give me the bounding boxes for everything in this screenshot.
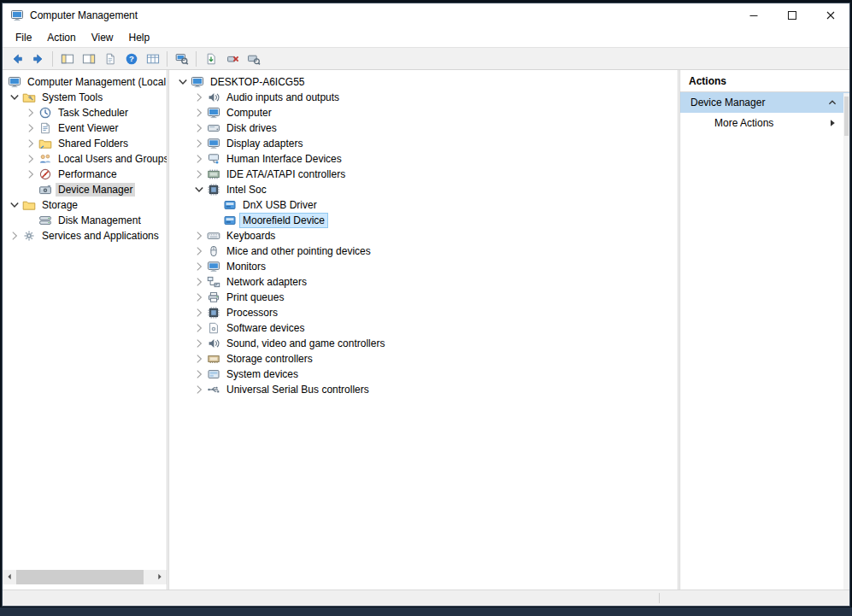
chevron-right-icon[interactable]	[192, 229, 207, 243]
doc-icon	[103, 52, 117, 66]
titlebar[interactable]: Computer Management	[3, 3, 849, 27]
scroll-right-arrow-icon[interactable]	[153, 570, 167, 584]
back-button[interactable]	[6, 49, 27, 68]
chevron-right-icon[interactable]	[192, 367, 207, 381]
chevron-right-icon[interactable]	[24, 121, 38, 135]
help-button[interactable]: ?	[120, 49, 142, 68]
chevron-right-icon[interactable]	[192, 383, 207, 396]
menu-file[interactable]: File	[8, 29, 39, 46]
scan-for-hardware-changes-button[interactable]	[171, 49, 192, 68]
console-tree-item-performance[interactable]: Performance	[3, 167, 167, 182]
console-tree-item-services-and-applications[interactable]: Services and Applications	[3, 228, 167, 243]
console-tree-item-computer-management-local[interactable]: Computer Management (Local	[3, 74, 167, 90]
chevron-right-icon[interactable]	[192, 167, 207, 181]
chevron-right-icon[interactable]	[24, 106, 38, 120]
chevron-down-icon[interactable]	[8, 198, 22, 212]
chevron-right-icon[interactable]	[192, 152, 207, 166]
device-tree-item-desktop-a6icg55[interactable]: DESKTOP-A6ICG55	[171, 74, 678, 90]
scroll-left-arrow-icon[interactable]	[3, 570, 16, 584]
chevron-right-icon[interactable]	[8, 229, 22, 243]
chevron-right-icon[interactable]	[192, 260, 207, 273]
chevron-right-icon[interactable]	[192, 275, 207, 289]
export-list-button[interactable]	[99, 49, 120, 68]
console-tree-item-storage[interactable]: Storage	[3, 197, 167, 213]
device-tree-item-ide-ata-atapi-controllers[interactable]: IDE ATA/ATAPI controllers	[171, 167, 678, 182]
device-tree-item-audio-inputs-and-outputs[interactable]: Audio inputs and outputs	[171, 90, 678, 105]
minimize-button[interactable]	[734, 3, 773, 27]
show-hide-console-tree-button[interactable]	[56, 49, 78, 68]
chevron-right-icon[interactable]	[192, 91, 207, 104]
console-tree-item-task-scheduler[interactable]: Task Scheduler	[3, 105, 167, 120]
menu-help[interactable]: Help	[121, 29, 158, 46]
close-button[interactable]	[811, 3, 849, 27]
device-tree-item-storage-controllers[interactable]: Storage controllers	[171, 351, 678, 367]
storage-ctrl-icon	[207, 352, 220, 366]
device-tree-item-disk-drives[interactable]: Disk drives	[171, 120, 678, 136]
expander-spacer	[209, 198, 223, 212]
console-tree-item-disk-management[interactable]: Disk Management	[3, 213, 167, 228]
device-tree-item-human-interface-devices[interactable]: Human Interface Devices	[171, 151, 678, 167]
device-tree-item-intel-soc[interactable]: Intel Soc	[171, 182, 678, 197]
console-tree-item-system-tools[interactable]: System Tools	[3, 90, 167, 105]
chevron-right-icon[interactable]	[192, 337, 207, 350]
horizontal-scrollbar[interactable]	[3, 570, 167, 584]
maximize-button[interactable]	[773, 3, 811, 27]
update-driver-button[interactable]	[200, 49, 221, 68]
device-tree-item-monitors[interactable]: Monitors	[171, 259, 678, 274]
actions-scrollbar[interactable]	[843, 93, 849, 590]
device-tree-item-dnx-usb-driver[interactable]: DnX USB Driver	[171, 197, 678, 213]
device-tree-item-processors[interactable]: Processors	[171, 305, 678, 320]
scrollbar-thumb[interactable]	[16, 570, 144, 584]
chevron-right-icon[interactable]	[24, 152, 38, 166]
device-tree-item-keyboards[interactable]: Keyboards	[171, 228, 678, 243]
device-tree-item-network-adapters[interactable]: Network adapters	[171, 274, 678, 290]
forward-button[interactable]	[27, 49, 49, 68]
console-tree-item-local-users-and-groups[interactable]: Local Users and Groups	[3, 151, 167, 167]
chevron-right-icon[interactable]	[192, 290, 207, 304]
device-tree-item-print-queues[interactable]: Print queues	[171, 290, 678, 305]
chevron-right-icon[interactable]	[192, 352, 207, 366]
chevron-right-icon[interactable]	[24, 137, 38, 150]
device-tree-pane: DESKTOP-A6ICG55Audio inputs and outputsC…	[169, 70, 678, 590]
more-actions[interactable]: More Actions	[680, 113, 849, 133]
chevron-right-icon[interactable]	[24, 167, 38, 181]
chevron-right-icon[interactable]	[192, 306, 207, 320]
chevron-right-icon[interactable]	[192, 321, 207, 335]
console-tree-item-device-manager[interactable]: Device Manager	[3, 182, 167, 197]
chevron-down-icon[interactable]	[176, 75, 191, 89]
device-properties-button[interactable]	[243, 49, 264, 68]
chip-icon	[207, 183, 220, 197]
device-tree-item-sound-video-and-game-controllers[interactable]: Sound, video and game controllers	[171, 336, 678, 351]
device-tree-item-mice-and-other-pointing-devices[interactable]: Mice and other pointing devices	[171, 243, 678, 259]
device-tree-item-universal-serial-bus-controllers[interactable]: Universal Serial Bus controllers	[171, 382, 678, 397]
device-tree-item-system-devices[interactable]: System devices	[171, 367, 678, 382]
audio-icon	[207, 91, 220, 104]
network-icon	[207, 275, 220, 289]
menu-view[interactable]: View	[84, 29, 121, 46]
menu-action[interactable]: Action	[39, 29, 83, 46]
chevron-right-icon[interactable]	[192, 106, 207, 120]
collapse-section-icon[interactable]	[826, 96, 839, 109]
chevron-right-icon[interactable]	[192, 137, 207, 150]
chevron-right-icon[interactable]	[192, 244, 207, 258]
uninstall-device-button[interactable]	[221, 49, 243, 68]
standard-view-button[interactable]	[142, 49, 163, 68]
chevron-right-icon[interactable]	[192, 121, 207, 135]
device-tree-item-software-devices[interactable]: Software devices	[171, 320, 678, 336]
actions-scrollbar-thumb[interactable]	[844, 97, 849, 136]
chevron-down-icon[interactable]	[8, 91, 22, 104]
console-tree-item-shared-folders[interactable]: Shared Folders	[3, 136, 167, 151]
device-tree-item-display-adapters[interactable]: Display adapters	[171, 136, 678, 151]
show-hide-action-pane-button[interactable]	[78, 49, 99, 68]
blue-card-icon	[223, 214, 237, 227]
device-tree-item-label: Sound, video and game controllers	[224, 337, 387, 350]
computer-management-icon[interactable]	[10, 9, 24, 22]
chevron-down-icon[interactable]	[192, 183, 207, 197]
services-icon	[22, 229, 36, 243]
device-tree-item-moorefield-device[interactable]: Moorefield Device	[171, 213, 678, 228]
device-tree-item-computer[interactable]: Computer	[171, 105, 678, 120]
toolbar: ?	[3, 47, 849, 70]
console-tree-item-event-viewer[interactable]: Event Viewer	[3, 120, 167, 136]
actions-section-device-manager[interactable]: Device Manager	[680, 92, 849, 113]
device-tree-item-label: Intel Soc	[224, 183, 269, 197]
